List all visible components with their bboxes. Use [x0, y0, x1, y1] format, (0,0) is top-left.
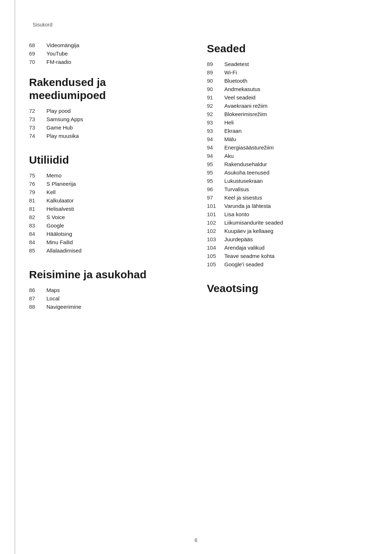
list-item: 68Videomängija [29, 42, 185, 48]
toc-text: Play pood [46, 108, 71, 114]
toc-number: 97 [207, 194, 224, 201]
list-item: 95Lukustusekraan [207, 178, 363, 184]
list-item: 73Game Hub [29, 124, 185, 131]
list-item: 72Play pood [29, 108, 185, 114]
list-item: 104Arendaja valikud [207, 245, 363, 251]
toc-number: 91 [207, 94, 224, 100]
toc-text: Energiasäästurežiim [224, 144, 274, 151]
toc-number: 93 [207, 119, 224, 126]
toc-number: 89 [207, 69, 224, 75]
toc-text: Wi-Fi [224, 69, 237, 75]
toc-number: 69 [29, 50, 46, 57]
list-item: 94Aku [207, 153, 363, 159]
toc-number: 90 [207, 78, 224, 84]
toc-section: Utiliidid75Memo76S Planeerija79Kell81Kal… [29, 153, 185, 254]
list-item: 105Teave seadme kohta [207, 253, 363, 259]
toc-section: Seaded89Seadetest89Wi-Fi90Bluetooth90And… [207, 42, 363, 267]
toc-text: Helisalvesti [46, 206, 74, 212]
toc-number: 70 [29, 59, 46, 65]
page-number: 6 [195, 537, 197, 543]
list-item: 75Memo [29, 172, 185, 178]
toc-number: 75 [29, 172, 46, 178]
list-item: 92Blokeerimisrežiim [207, 111, 363, 117]
toc-text: Heli [224, 119, 234, 126]
toc-text: Ekraan [224, 128, 242, 134]
list-item: 82S Voice [29, 214, 185, 220]
list-item: 97Keel ja sisestus [207, 194, 363, 201]
list-item: 86Maps [29, 287, 185, 293]
list-item: 103Juurdepääs [207, 236, 363, 242]
toc-text: Turvalisus [224, 186, 249, 192]
toc-number: 85 [29, 247, 46, 254]
list-item: 93Ekraan [207, 128, 363, 134]
toc-number: 92 [207, 103, 224, 109]
list-item: 89Wi-Fi [207, 69, 363, 75]
toc-number: 95 [207, 178, 224, 184]
toc-number: 79 [29, 189, 46, 195]
list-item: 95Asukoha teenused [207, 169, 363, 176]
toc-text: Maps [46, 287, 60, 293]
list-item: 84Häälotsing [29, 231, 185, 237]
toc-number: 105 [207, 261, 224, 267]
toc-text: Varunda ja lähtesta [224, 203, 271, 209]
section-title: Seaded [207, 42, 363, 55]
toc-number: 72 [29, 108, 46, 114]
toc-text: Lisa konto [224, 211, 249, 217]
right-column: Seaded89Seadetest89Wi-Fi90Bluetooth90And… [207, 42, 363, 324]
toc-number: 93 [207, 128, 224, 134]
toc-text: Veel seadeid [224, 94, 256, 100]
toc-number: 101 [207, 211, 224, 217]
list-item: 81Kalkulaator [29, 197, 185, 204]
section-title: Rakendused ja meediumipoed [29, 76, 185, 102]
list-item: 79Kell [29, 189, 185, 195]
left-column: 68Videomängija69YouTube70FM-raadio Raken… [29, 42, 185, 324]
toc-number: 94 [207, 153, 224, 159]
list-item: 92Avaekraani režiim [207, 103, 363, 109]
toc-number: 84 [29, 239, 46, 245]
list-item: 76S Planeerija [29, 181, 185, 187]
toc-text: Kell [46, 189, 56, 195]
list-item: 81Helisalvesti [29, 206, 185, 212]
intro-section: 68Videomängija69YouTube70FM-raadio [29, 42, 185, 65]
toc-number: 90 [207, 86, 224, 92]
toc-text: S Planeerija [46, 181, 76, 187]
toc-text: Arendaja valikud [224, 245, 265, 251]
toc-section: Reisimine ja asukohad86Maps87Local88Navi… [29, 268, 185, 310]
toc-number: 83 [29, 222, 46, 229]
toc-number: 87 [29, 295, 46, 301]
toc-number: 103 [207, 236, 224, 242]
list-item: 73Samsung Apps [29, 116, 185, 122]
toc-number: 74 [29, 133, 46, 139]
list-item: 83Google [29, 222, 185, 229]
toc-text: Minu Failid [46, 239, 73, 245]
section-title: Utiliidid [29, 153, 185, 167]
toc-text: Seadetest [224, 61, 249, 67]
list-item: 70FM-raadio [29, 59, 185, 65]
toc-number: 105 [207, 253, 224, 259]
toc-number: 94 [207, 136, 224, 142]
list-item: 93Heli [207, 119, 363, 126]
toc-number: 102 [207, 219, 224, 226]
toc-text: Local [46, 295, 60, 301]
toc-number: 84 [29, 231, 46, 237]
toc-number: 88 [29, 304, 46, 310]
list-item: 89Seadetest [207, 61, 363, 67]
toc-number: 89 [207, 61, 224, 67]
toc-text: Samsung Apps [46, 116, 83, 122]
toc-number: 73 [29, 124, 46, 131]
toc-number: 73 [29, 116, 46, 122]
toc-text: Mälu [224, 136, 236, 142]
toc-text: Google [46, 222, 64, 229]
toc-text: Lukustusekraan [224, 178, 263, 184]
toc-text: Blokeerimisrežiim [224, 111, 267, 117]
list-item: 87Local [29, 295, 185, 301]
toc-text: Allalaadimised [46, 247, 82, 254]
list-item: 69YouTube [29, 50, 185, 57]
toc-text: Rakendusehaldur [224, 161, 267, 167]
toc-number: 81 [29, 197, 46, 204]
toc-text: Liikumisandurite seaded [224, 219, 283, 226]
list-item: 90Bluetooth [207, 78, 363, 84]
toc-text: FM-raadio [46, 59, 71, 65]
toc-text: Memo [46, 172, 62, 178]
list-item: 96Turvalisus [207, 186, 363, 192]
